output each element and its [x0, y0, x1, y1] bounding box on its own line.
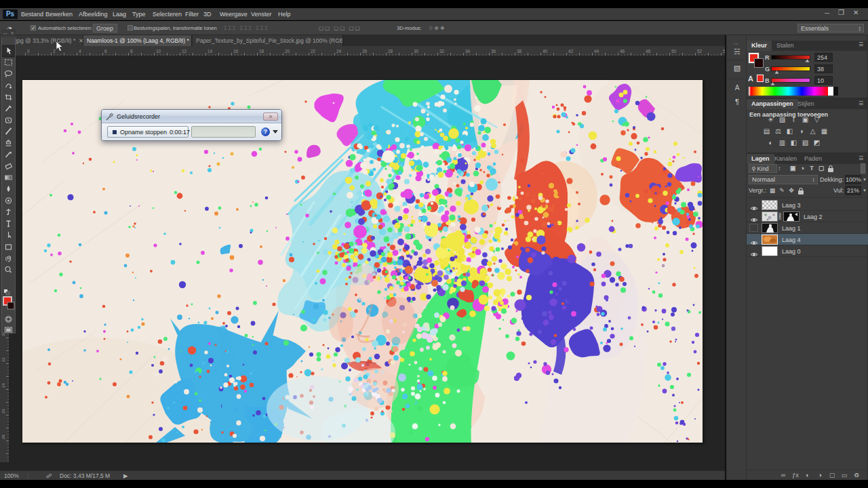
svg-text:16: 16	[233, 49, 239, 54]
svg-text:18: 18	[259, 49, 264, 54]
svg-text:36: 36	[491, 49, 496, 54]
svg-text:54: 54	[723, 49, 725, 54]
svg-text:30: 30	[414, 49, 419, 54]
svg-text:20: 20	[285, 49, 290, 54]
svg-text:48: 48	[646, 49, 651, 54]
svg-text:32: 32	[439, 49, 445, 54]
svg-text:24: 24	[1, 383, 5, 388]
svg-text:46: 46	[620, 49, 625, 54]
svg-text:10: 10	[156, 49, 161, 54]
svg-text:28: 28	[388, 49, 393, 54]
svg-text:4: 4	[79, 49, 81, 54]
svg-text:50: 50	[671, 49, 677, 54]
svg-text:40: 40	[542, 49, 548, 54]
svg-text:22: 22	[311, 49, 316, 54]
svg-text:14: 14	[208, 49, 213, 54]
svg-text:26: 26	[362, 49, 368, 54]
svg-text:28: 28	[1, 434, 5, 439]
svg-text:22: 22	[1, 357, 5, 362]
svg-text:42: 42	[568, 49, 574, 54]
svg-text:12: 12	[182, 49, 187, 54]
svg-text:6: 6	[104, 49, 107, 54]
svg-text:44: 44	[594, 49, 599, 54]
svg-text:0: 0	[27, 49, 30, 54]
svg-text:24: 24	[336, 49, 342, 54]
svg-text:34: 34	[465, 49, 471, 54]
svg-text:38: 38	[517, 49, 522, 54]
svg-text:8: 8	[130, 49, 133, 54]
svg-text:52: 52	[697, 49, 703, 54]
svg-text:26: 26	[1, 409, 5, 413]
